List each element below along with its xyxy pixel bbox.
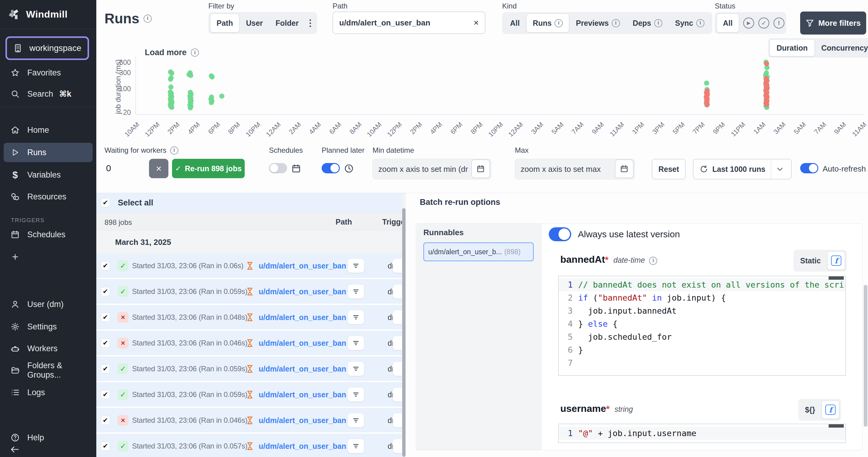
select-all-label: Select all <box>118 198 153 208</box>
rerun-jobs-button[interactable]: ✓ Re-run 898 jobs <box>172 159 245 178</box>
job-args-button[interactable] <box>348 439 364 453</box>
job-row[interactable]: ✔×Started 31/03, 23:06 (Ran in 0.046s)u/… <box>96 331 402 356</box>
job-row[interactable]: ✔✓Started 31/03, 23:06 (Ran in 0.059s)u/… <box>96 382 402 408</box>
job-args-button[interactable] <box>348 362 364 376</box>
row-checkbox[interactable]: ✔ <box>101 390 110 399</box>
chevron-down-icon[interactable] <box>776 165 784 173</box>
row-checkbox[interactable]: ✔ <box>101 441 110 451</box>
runnable-item[interactable]: u/dm/alert_on_user_b... (898) <box>424 242 534 261</box>
job-row[interactable]: ✔×Started 31/03, 23:06 (Ran in 0.048s)u/… <box>96 305 402 330</box>
auto-refresh-toggle[interactable] <box>800 163 818 173</box>
select-all-checkbox[interactable]: ✔ <box>101 198 110 207</box>
bannedat-code-editor[interactable]: 1// bannedAt does not exist on all versi… <box>558 276 846 376</box>
success-icon: ✓ <box>118 440 128 452</box>
job-args-button[interactable] <box>348 336 364 350</box>
job-trigger-chip[interactable] <box>393 285 402 298</box>
failure-icon: × <box>118 415 128 426</box>
scatter-point-success[interactable] <box>209 100 214 105</box>
row-checkbox[interactable]: ✔ <box>101 416 110 425</box>
scatter-point-failure[interactable] <box>764 102 769 107</box>
mode-static[interactable]: Static <box>795 256 826 265</box>
job-started-text: Started 31/03, 23:06 (Ran in 0.046s) <box>132 416 247 425</box>
field-bannedat-mode-toggle: Static f <box>794 250 847 272</box>
failure-icon: × <box>118 338 128 348</box>
scatter-point-failure[interactable] <box>705 102 710 107</box>
reset-button[interactable]: Reset <box>652 159 686 179</box>
job-trigger-chip[interactable] <box>393 413 402 427</box>
code-line: 7 <box>559 356 845 369</box>
job-started-text: Started 31/03, 23:06 (Ran in 0.059s) <box>132 365 247 373</box>
editor-hscrollbar[interactable] <box>829 276 844 280</box>
job-path-link[interactable]: u/dm/alert_on_user_ban <box>259 339 346 347</box>
scatter-point-success[interactable] <box>169 105 175 110</box>
runnable-count: (898) <box>504 248 521 256</box>
list-header: 898 jobs Path Triggered by <box>96 212 402 231</box>
job-path-link[interactable]: u/dm/alert_on_user_ban <box>259 287 346 296</box>
function-icon: f <box>825 405 836 415</box>
job-args-button[interactable] <box>348 413 364 427</box>
code-line: 6} <box>559 343 845 356</box>
calendar-icon <box>476 165 485 173</box>
job-path-link[interactable]: u/dm/alert_on_user_ban <box>259 313 346 321</box>
windmill-runs-page: Windmill workingspace Favorites Search ⌘… <box>0 0 868 457</box>
filter-lines-icon <box>352 262 360 270</box>
field-bannedat-header: bannedAt* date-time i <box>560 254 657 265</box>
job-path-link[interactable]: u/dm/alert_on_user_ban <box>259 390 346 399</box>
cancel-selection-button[interactable]: × <box>149 159 168 178</box>
job-trigger-chip[interactable] <box>393 259 402 273</box>
mode-javascript-button[interactable]: f <box>822 401 839 419</box>
hourglass-icon <box>245 261 254 270</box>
calendar-icon <box>620 165 628 173</box>
job-trigger-chip[interactable] <box>393 439 402 453</box>
scatter-point-success[interactable] <box>219 94 224 99</box>
mode-template[interactable]: ${} <box>800 405 820 414</box>
row-checkbox[interactable]: ✔ <box>101 364 110 373</box>
username-code-editor[interactable]: 1"@" + job.input.username <box>558 424 846 443</box>
job-path-link[interactable]: u/dm/alert_on_user_ban <box>259 441 346 450</box>
info-icon: i <box>649 257 657 265</box>
filter-lines-icon <box>352 417 360 424</box>
row-checkbox[interactable]: ✔ <box>101 313 110 322</box>
job-started-text: Started 31/03, 23:06 (Ran in 0.059s) <box>132 287 247 296</box>
scatter-point-success[interactable] <box>704 81 709 86</box>
row-checkbox[interactable]: ✔ <box>101 339 110 348</box>
scatter-point-success[interactable] <box>169 70 175 76</box>
scatter-point-success[interactable] <box>188 73 193 78</box>
max-datetime-calendar-button[interactable] <box>615 160 633 178</box>
job-args-button[interactable] <box>348 388 364 402</box>
scatter-point-failure[interactable] <box>764 61 769 66</box>
job-args-button[interactable] <box>348 310 364 324</box>
mode-javascript-button[interactable]: f <box>828 252 845 270</box>
list-scrollbar[interactable] <box>402 193 406 457</box>
last-runs-button[interactable]: Last 1000 runs <box>693 159 792 179</box>
planned-later-toggle[interactable] <box>322 163 340 173</box>
job-path-link[interactable]: u/dm/alert_on_user_ban <box>259 416 346 425</box>
scatter-point-success[interactable] <box>188 105 193 110</box>
always-latest-toggle[interactable] <box>549 227 571 241</box>
scatter-point-success[interactable] <box>168 85 174 90</box>
row-checkbox[interactable]: ✔ <box>101 261 110 270</box>
code-line: 2if ("bannedAt" in job.input) { <box>559 291 845 304</box>
row-checkbox[interactable]: ✔ <box>101 287 110 296</box>
job-trigger-chip[interactable] <box>393 388 402 402</box>
editor-hscrollbar[interactable] <box>829 424 844 428</box>
scatter-point-success[interactable] <box>168 77 173 82</box>
scatter-point-success[interactable] <box>210 74 215 79</box>
job-row[interactable]: ✔✓Started 31/03, 23:06 (Ran in 0.06s)u/d… <box>96 253 402 279</box>
panel-scrollbar[interactable] <box>864 285 867 427</box>
job-path-link[interactable]: u/dm/alert_on_user_ban <box>259 364 346 373</box>
job-row[interactable]: ✔×Started 31/03, 23:06 (Ran in 0.046s)u/… <box>96 408 402 433</box>
job-args-button[interactable] <box>348 285 364 298</box>
schedules-toggle[interactable] <box>269 163 287 173</box>
job-path-link[interactable]: u/dm/alert_on_user_ban <box>259 261 346 270</box>
min-datetime-calendar-button[interactable] <box>471 160 490 178</box>
job-trigger-chip[interactable] <box>393 336 402 350</box>
job-row[interactable]: ✔✓Started 31/03, 23:06 (Ran in 0.059s)u/… <box>96 356 402 382</box>
job-args-button[interactable] <box>348 259 364 273</box>
job-row[interactable]: ✔✓Started 31/03, 23:06 (Ran in 0.057s)u/… <box>96 434 402 457</box>
job-row[interactable]: ✔✓Started 31/03, 23:06 (Ran in 0.059s)u/… <box>96 279 402 305</box>
job-trigger-chip[interactable] <box>393 310 402 324</box>
info-icon: i <box>170 146 178 154</box>
code-line: 3 job.input.bannedAt <box>559 304 845 317</box>
job-trigger-chip[interactable] <box>393 362 402 376</box>
